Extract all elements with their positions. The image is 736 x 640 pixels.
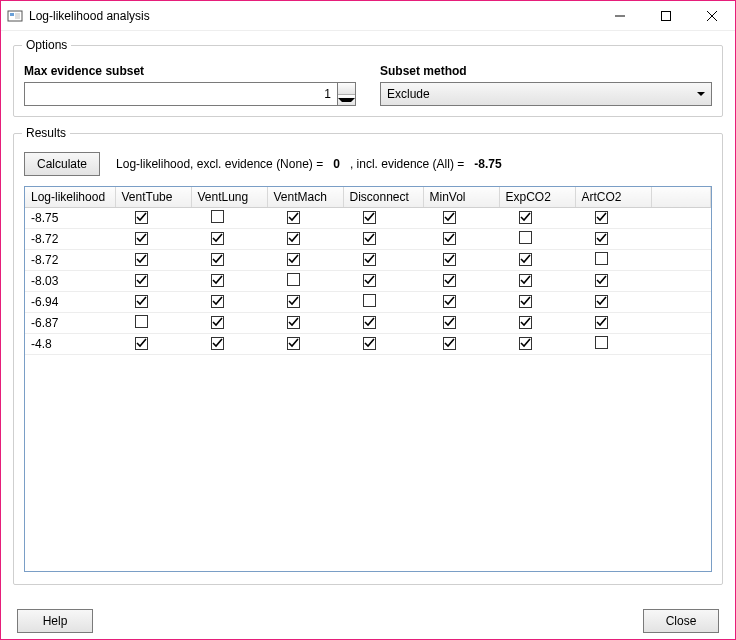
cell-checkbox [115, 250, 191, 271]
checkbox[interactable] [443, 274, 456, 287]
cell-checkbox [343, 313, 423, 334]
col-ventmach[interactable]: VentMach [267, 187, 343, 208]
checkbox[interactable] [519, 274, 532, 287]
checkbox[interactable] [363, 316, 376, 329]
cell-checkbox [115, 229, 191, 250]
subset-method-dropdown[interactable]: Exclude [380, 82, 712, 106]
cell-checkbox [343, 334, 423, 355]
spinner-buttons[interactable] [337, 83, 355, 105]
checkbox[interactable] [519, 211, 532, 224]
checkbox[interactable] [211, 337, 224, 350]
results-summary: Log-likelihood, excl. evidence (None) = … [116, 157, 502, 171]
col-expco2[interactable]: ExpCO2 [499, 187, 575, 208]
cell-checkbox [423, 250, 499, 271]
checkbox[interactable] [287, 253, 300, 266]
cell-checkbox [575, 334, 651, 355]
checkbox[interactable] [135, 253, 148, 266]
checkbox[interactable] [595, 295, 608, 308]
checkbox[interactable] [211, 232, 224, 245]
minimize-button[interactable] [597, 1, 643, 31]
calculate-button[interactable]: Calculate [24, 152, 100, 176]
col-minvol[interactable]: MinVol [423, 187, 499, 208]
subset-method-label: Subset method [380, 64, 712, 78]
checkbox[interactable] [135, 337, 148, 350]
checkbox[interactable] [211, 316, 224, 329]
col-artco2[interactable]: ArtCO2 [575, 187, 651, 208]
max-evidence-input[interactable] [25, 83, 337, 105]
checkbox[interactable] [443, 211, 456, 224]
col-disconnect[interactable]: Disconnect [343, 187, 423, 208]
checkbox[interactable] [363, 253, 376, 266]
table-row[interactable]: -8.72 [25, 229, 711, 250]
close-window-button[interactable] [689, 1, 735, 31]
checkbox[interactable] [443, 295, 456, 308]
checkbox[interactable] [211, 295, 224, 308]
checkbox[interactable] [135, 274, 148, 287]
maximize-button[interactable] [643, 1, 689, 31]
cell-checkbox [115, 292, 191, 313]
table-row[interactable]: -8.03 [25, 271, 711, 292]
checkbox[interactable] [519, 295, 532, 308]
checkbox[interactable] [287, 295, 300, 308]
table-row[interactable]: -6.87 [25, 313, 711, 334]
cell-loglikelihood: -6.94 [25, 292, 115, 313]
cell-spacer [651, 334, 711, 355]
checkbox[interactable] [519, 231, 532, 244]
cell-checkbox [499, 334, 575, 355]
checkbox[interactable] [595, 316, 608, 329]
checkbox[interactable] [443, 253, 456, 266]
checkbox[interactable] [595, 211, 608, 224]
checkbox[interactable] [443, 337, 456, 350]
checkbox[interactable] [287, 211, 300, 224]
checkbox[interactable] [287, 337, 300, 350]
checkbox[interactable] [595, 252, 608, 265]
col-loglikelihood[interactable]: Log-likelihood [25, 187, 115, 208]
checkbox[interactable] [363, 337, 376, 350]
col-ventlung[interactable]: VentLung [191, 187, 267, 208]
checkbox[interactable] [363, 211, 376, 224]
checkbox[interactable] [519, 253, 532, 266]
max-evidence-spinner[interactable] [24, 82, 356, 106]
checkbox[interactable] [287, 273, 300, 286]
table-row[interactable]: -8.75 [25, 208, 711, 229]
cell-checkbox [343, 229, 423, 250]
cell-loglikelihood: -4.8 [25, 334, 115, 355]
checkbox[interactable] [211, 253, 224, 266]
checkbox[interactable] [595, 274, 608, 287]
results-group-label: Results [22, 126, 70, 140]
help-button[interactable]: Help [17, 609, 93, 633]
spinner-up[interactable] [338, 83, 355, 95]
checkbox[interactable] [519, 337, 532, 350]
cell-checkbox [423, 313, 499, 334]
cell-checkbox [191, 229, 267, 250]
checkbox[interactable] [287, 232, 300, 245]
checkbox[interactable] [519, 316, 532, 329]
checkbox[interactable] [287, 316, 300, 329]
table-row[interactable]: -8.72 [25, 250, 711, 271]
table-row[interactable]: -4.8 [25, 334, 711, 355]
app-icon [7, 8, 23, 24]
close-button[interactable]: Close [643, 609, 719, 633]
checkbox[interactable] [135, 295, 148, 308]
checkbox[interactable] [135, 211, 148, 224]
summary-val2: -8.75 [474, 157, 501, 171]
checkbox[interactable] [363, 274, 376, 287]
checkbox[interactable] [363, 294, 376, 307]
checkbox[interactable] [135, 315, 148, 328]
checkbox[interactable] [595, 232, 608, 245]
checkbox[interactable] [595, 336, 608, 349]
svg-rect-4 [662, 11, 671, 20]
cell-checkbox [499, 229, 575, 250]
checkbox[interactable] [443, 232, 456, 245]
col-venttube[interactable]: VentTube [115, 187, 191, 208]
checkbox[interactable] [211, 274, 224, 287]
spinner-down[interactable] [338, 95, 355, 106]
cell-spacer [651, 292, 711, 313]
checkbox[interactable] [363, 232, 376, 245]
checkbox[interactable] [443, 316, 456, 329]
subset-method-value: Exclude [387, 87, 697, 101]
cell-checkbox [499, 292, 575, 313]
checkbox[interactable] [135, 232, 148, 245]
checkbox[interactable] [211, 210, 224, 223]
table-row[interactable]: -6.94 [25, 292, 711, 313]
